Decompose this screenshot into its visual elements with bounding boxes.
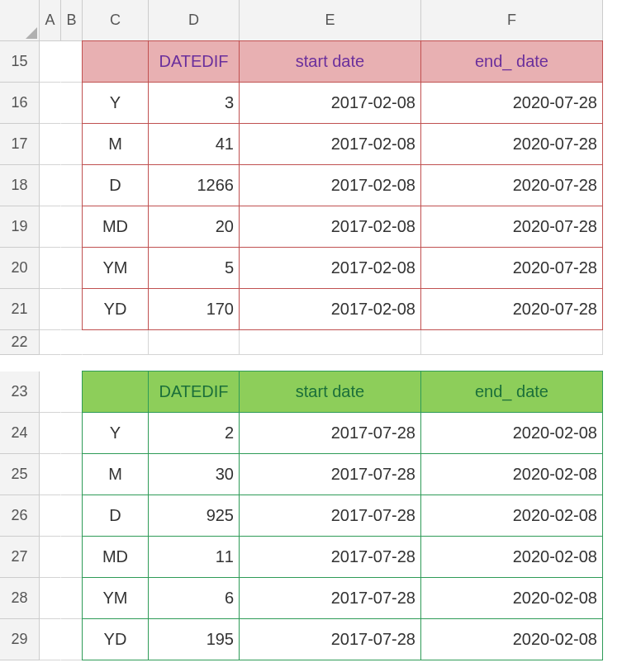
cell-C15[interactable] [82,40,149,83]
cell-B21[interactable] [61,289,83,330]
cell-C24[interactable]: Y [82,412,149,454]
cell-E17[interactable]: 2017-02-08 [239,123,421,165]
cell-A15[interactable] [40,41,61,83]
cell-B15[interactable] [61,41,83,83]
cell-B16[interactable] [61,83,83,124]
cell-B26[interactable] [61,495,83,537]
cell-E21[interactable]: 2017-02-08 [239,288,421,330]
cell-D25[interactable]: 30 [148,453,240,495]
cell-B25[interactable] [61,454,83,495]
spreadsheet-grid[interactable]: A B C D E F 15 DATEDIF start date end_ d… [0,0,641,660]
row-header-16[interactable]: 16 [0,83,40,124]
cell-A23[interactable] [40,371,61,413]
row-header-15[interactable]: 15 [0,41,40,83]
cell-E23[interactable]: start date [239,371,421,413]
cell-F21[interactable]: 2020-07-28 [420,288,603,330]
cell-C18[interactable]: D [82,164,149,206]
cell-F16[interactable]: 2020-07-28 [420,82,603,124]
cell-B19[interactable] [61,206,83,248]
col-header-F[interactable]: F [421,0,603,41]
cell-C21[interactable]: YD [82,288,149,330]
cell-C19[interactable]: MD [82,206,149,248]
cell-D21[interactable]: 170 [148,288,240,330]
cell-E24[interactable]: 2017-07-28 [239,412,421,454]
cell-B28[interactable] [61,578,83,619]
cell-F19[interactable]: 2020-07-28 [420,206,603,248]
cell-F29[interactable]: 2020-02-08 [420,618,603,660]
cell-C20[interactable]: YM [82,247,149,289]
cell-B22[interactable] [61,330,83,355]
cell-F20[interactable]: 2020-07-28 [420,247,603,289]
cell-E27[interactable]: 2017-07-28 [239,536,421,578]
cell-D22[interactable] [149,330,240,355]
cell-F15[interactable]: end_ date [420,40,603,83]
cell-C17[interactable]: M [82,123,149,165]
col-header-C[interactable]: C [83,0,149,41]
cell-E22[interactable] [240,330,421,355]
cell-E28[interactable]: 2017-07-28 [239,577,421,619]
cell-C27[interactable]: MD [82,536,149,578]
cell-F17[interactable]: 2020-07-28 [420,123,603,165]
select-all-corner[interactable] [0,0,40,41]
col-header-A[interactable]: A [40,0,61,41]
cell-A24[interactable] [40,413,61,454]
cell-D29[interactable]: 195 [148,618,240,660]
cell-A27[interactable] [40,537,61,578]
cell-C28[interactable]: YM [82,577,149,619]
row-header-19[interactable]: 19 [0,206,40,248]
row-header-29[interactable]: 29 [0,619,40,660]
cell-F24[interactable]: 2020-02-08 [420,412,603,454]
row-header-23[interactable]: 23 [0,371,40,413]
cell-A20[interactable] [40,248,61,289]
row-header-25[interactable]: 25 [0,454,40,495]
cell-C23[interactable] [82,371,149,413]
col-header-D[interactable]: D [149,0,240,41]
cell-E20[interactable]: 2017-02-08 [239,247,421,289]
cell-E16[interactable]: 2017-02-08 [239,82,421,124]
cell-B27[interactable] [61,537,83,578]
cell-D24[interactable]: 2 [148,412,240,454]
cell-F26[interactable]: 2020-02-08 [420,495,603,537]
cell-B24[interactable] [61,413,83,454]
cell-A16[interactable] [40,83,61,124]
cell-D27[interactable]: 11 [148,536,240,578]
cell-A21[interactable] [40,289,61,330]
cell-B20[interactable] [61,248,83,289]
cell-C29[interactable]: YD [82,618,149,660]
cell-E26[interactable]: 2017-07-28 [239,495,421,537]
cell-B29[interactable] [61,619,83,660]
cell-A17[interactable] [40,124,61,165]
cell-F28[interactable]: 2020-02-08 [420,577,603,619]
cell-A28[interactable] [40,578,61,619]
cell-E18[interactable]: 2017-02-08 [239,164,421,206]
cell-E29[interactable]: 2017-07-28 [239,618,421,660]
cell-F25[interactable]: 2020-02-08 [420,453,603,495]
cell-E19[interactable]: 2017-02-08 [239,206,421,248]
cell-A22[interactable] [40,330,61,355]
cell-D16[interactable]: 3 [148,82,240,124]
cell-B17[interactable] [61,124,83,165]
cell-D28[interactable]: 6 [148,577,240,619]
cell-B18[interactable] [61,165,83,206]
cell-D20[interactable]: 5 [148,247,240,289]
col-header-B[interactable]: B [61,0,83,41]
cell-A25[interactable] [40,454,61,495]
cell-D23[interactable]: DATEDIF [148,371,240,413]
cell-F22[interactable] [421,330,603,355]
row-header-24[interactable]: 24 [0,413,40,454]
cell-E15[interactable]: start date [239,40,421,83]
cell-C25[interactable]: M [82,453,149,495]
row-header-18[interactable]: 18 [0,165,40,206]
cell-B23[interactable] [61,371,83,413]
cell-D17[interactable]: 41 [148,123,240,165]
cell-D26[interactable]: 925 [148,495,240,537]
cell-F23[interactable]: end_ date [420,371,603,413]
row-header-22[interactable]: 22 [0,330,40,355]
row-header-17[interactable]: 17 [0,124,40,165]
cell-C22[interactable] [83,330,149,355]
cell-D15[interactable]: DATEDIF [148,40,240,83]
cell-F18[interactable]: 2020-07-28 [420,164,603,206]
cell-C26[interactable]: D [82,495,149,537]
cell-A19[interactable] [40,206,61,248]
cell-D19[interactable]: 20 [148,206,240,248]
